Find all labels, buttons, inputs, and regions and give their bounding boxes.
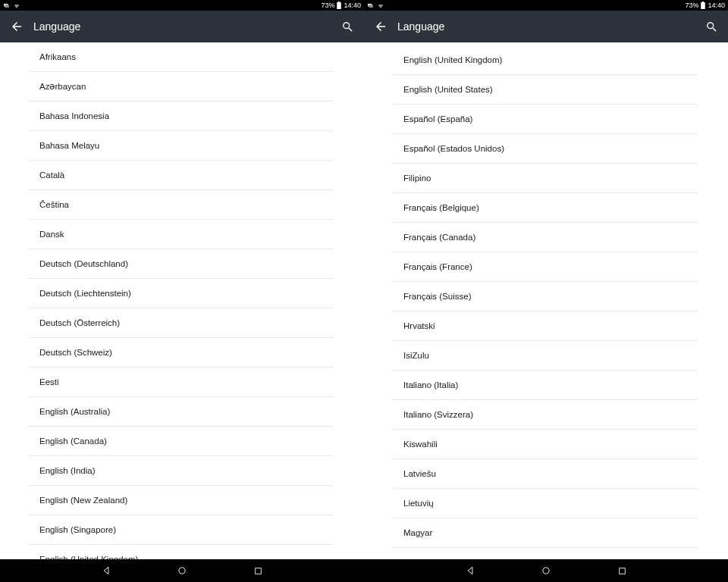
language-row[interactable]: English (United Kingdom) xyxy=(393,45,698,75)
language-row[interactable]: Eesti xyxy=(29,368,334,397)
status-clock: 14:40 xyxy=(344,2,361,9)
language-row[interactable]: Lietuvių xyxy=(393,489,698,518)
svg-rect-7 xyxy=(619,568,625,574)
language-row[interactable]: Azərbaycan xyxy=(29,72,334,102)
language-row[interactable]: Français (France) xyxy=(393,252,698,282)
app-bar: Language xyxy=(364,11,728,42)
language-row[interactable]: English (New Zealand) xyxy=(29,486,334,515)
language-list-left[interactable]: AfrikaansAzərbaycanBahasa IndonesiaBahas… xyxy=(0,42,364,582)
language-label: Français (Belgique) xyxy=(403,203,479,212)
language-label: Español (Estados Unidos) xyxy=(403,144,504,153)
language-label: Español (España) xyxy=(403,114,472,124)
circle-home-icon xyxy=(541,565,551,576)
language-row[interactable]: Bahasa Melayu xyxy=(29,131,334,161)
language-row[interactable]: English (Singapore) xyxy=(29,515,334,545)
nav-home-button[interactable] xyxy=(171,560,193,581)
language-row[interactable]: Bahasa Indonesia xyxy=(29,102,334,131)
language-row[interactable]: English (United States) xyxy=(393,75,698,105)
language-row[interactable]: Dansk xyxy=(29,220,334,249)
language-label: Filipino xyxy=(403,174,431,183)
nav-recent-button[interactable] xyxy=(611,560,632,581)
language-label: Azərbaycan xyxy=(39,81,86,92)
svg-rect-0 xyxy=(337,2,342,9)
svg-point-2 xyxy=(179,568,185,574)
screenshot-icon xyxy=(367,2,374,9)
language-row[interactable]: Español (España) xyxy=(393,105,698,134)
back-button[interactable] xyxy=(369,14,393,39)
arrow-back-icon xyxy=(10,20,24,33)
language-label: English (United States) xyxy=(403,85,493,94)
status-bar: 73% 14:40 xyxy=(364,0,728,11)
language-label: Kiswahili xyxy=(403,440,438,449)
language-label: Bahasa Indonesia xyxy=(39,111,109,120)
language-row[interactable]: Deutsch (Liechtenstein) xyxy=(29,279,334,308)
triangle-back-icon xyxy=(101,565,111,576)
language-label: English (Australia) xyxy=(39,407,110,416)
search-button[interactable] xyxy=(699,14,723,39)
language-row[interactable]: Italiano (Svizzera) xyxy=(393,400,698,430)
language-row[interactable]: Español (Estados Unidos) xyxy=(393,134,698,164)
language-row[interactable]: Deutsch (Deutschland) xyxy=(29,249,334,279)
app-bar: Language xyxy=(0,11,364,42)
status-clock: 14:40 xyxy=(708,2,725,9)
svg-rect-3 xyxy=(255,568,261,574)
language-label: Italiano (Svizzera) xyxy=(403,410,473,419)
language-row[interactable]: Français (Belgique) xyxy=(393,193,698,223)
nav-bar xyxy=(364,559,728,582)
wifi-icon xyxy=(13,2,20,9)
nav-recent-button[interactable] xyxy=(247,560,268,581)
language-row[interactable]: Kiswahili xyxy=(393,430,698,459)
language-row[interactable]: Filipino xyxy=(393,164,698,193)
square-recent-icon xyxy=(253,566,263,576)
battery-icon xyxy=(337,2,341,9)
wifi-icon xyxy=(377,2,384,9)
language-row[interactable]: Latviešu xyxy=(393,459,698,489)
language-label: Deutsch (Österreich) xyxy=(39,318,120,327)
language-row[interactable]: Magyar xyxy=(393,518,698,548)
language-row[interactable]: Čeština xyxy=(29,190,334,220)
nav-home-button[interactable] xyxy=(535,560,557,581)
back-button[interactable] xyxy=(5,14,29,39)
appbar-title: Language xyxy=(33,20,335,33)
language-row[interactable]: Deutsch (Österreich) xyxy=(29,308,334,338)
language-row[interactable]: Français (Canada) xyxy=(393,223,698,252)
nav-back-button[interactable] xyxy=(460,560,481,581)
square-recent-icon xyxy=(617,566,627,576)
svg-rect-4 xyxy=(701,2,706,9)
language-row[interactable]: Français (Suisse) xyxy=(393,282,698,311)
language-label: Italiano (Italia) xyxy=(403,380,458,390)
language-label: Afrikaans xyxy=(39,52,76,61)
nav-back-button[interactable] xyxy=(96,560,117,581)
language-label: Čeština xyxy=(39,200,69,209)
svg-rect-1 xyxy=(338,2,340,2)
search-button[interactable] xyxy=(335,14,359,39)
language-label: Français (Suisse) xyxy=(403,292,471,301)
language-row[interactable]: English (Canada) xyxy=(29,427,334,456)
language-row[interactable]: English (India) xyxy=(29,456,334,486)
language-label: Français (Canada) xyxy=(403,233,475,242)
arrow-back-icon xyxy=(374,20,388,33)
triangle-back-icon xyxy=(465,565,475,576)
language-row[interactable]: English (Australia) xyxy=(29,397,334,427)
language-label: Eesti xyxy=(39,377,59,386)
battery-icon xyxy=(701,2,705,9)
language-list-right[interactable]: English (United Kingdom)English (United … xyxy=(364,42,728,582)
language-row[interactable]: IsiZulu xyxy=(393,341,698,371)
language-label: Latviešu xyxy=(403,469,436,478)
language-label: Deutsch (Deutschland) xyxy=(39,259,128,268)
language-row[interactable]: Italiano (Italia) xyxy=(393,371,698,400)
language-label: Català xyxy=(39,171,64,180)
battery-percent: 73% xyxy=(321,2,334,9)
language-label: English (United Kingdom) xyxy=(403,55,502,64)
language-row[interactable]: Hrvatski xyxy=(393,311,698,341)
language-label: Deutsch (Schweiz) xyxy=(39,348,112,357)
language-label: Bahasa Melayu xyxy=(39,141,99,150)
language-row[interactable]: Català xyxy=(29,161,334,190)
language-label: Magyar xyxy=(403,528,432,537)
language-label: Français (France) xyxy=(403,262,472,271)
language-row[interactable]: Deutsch (Schweiz) xyxy=(29,338,334,368)
battery-percent: 73% xyxy=(685,2,698,9)
language-label: IsiZulu xyxy=(403,351,429,360)
pane-left: 73% 14:40 Language AfrikaansAzərbaycanBa… xyxy=(0,0,364,582)
language-row[interactable]: Afrikaans xyxy=(29,42,334,72)
